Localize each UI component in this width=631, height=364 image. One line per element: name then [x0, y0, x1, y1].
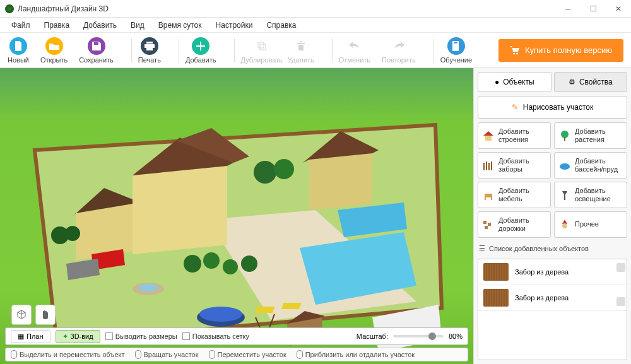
redo-button[interactable]: Повторить	[382, 37, 416, 64]
plan-view-button[interactable]: ▦План	[11, 330, 50, 343]
list-scrollbar[interactable]	[616, 263, 625, 306]
duplicate-button[interactable]: Дублировать	[241, 37, 283, 64]
list-item[interactable]: Забор из дерева	[478, 285, 627, 311]
plus-icon	[192, 37, 209, 55]
print-button[interactable]: Печать	[138, 37, 161, 64]
hint-zoom: Приблизить или отдалить участок	[297, 350, 415, 359]
menubar: Файл Правка Добавить Вид Время суток Нас…	[0, 18, 631, 33]
svg-point-24	[184, 255, 201, 273]
undo-button[interactable]: Отменить	[339, 37, 370, 64]
toolbar: Новый Открыть Сохранить Печать Добавить …	[0, 33, 631, 68]
buy-full-version-button[interactable]: Купить полную версию	[498, 39, 623, 62]
mouse-icon	[135, 350, 141, 359]
svg-marker-5	[76, 204, 133, 261]
scroll-down-icon[interactable]	[616, 297, 625, 306]
cat-plants[interactable]: Добавить растения	[554, 122, 627, 149]
sidebar-tabs: ●Объекты ⚙Свойства	[478, 72, 627, 92]
lamp-icon	[558, 189, 571, 201]
tree-icon	[558, 129, 571, 142]
menu-settings[interactable]: Настройки	[209, 20, 259, 31]
redo-icon	[390, 37, 408, 55]
copy-icon	[253, 37, 271, 55]
cat-pools[interactable]: Добавить бассейн/пруд	[554, 152, 627, 179]
svg-point-17	[139, 284, 158, 291]
cat-paths[interactable]: Добавить дорожки	[478, 211, 551, 238]
open-button[interactable]: Открыть	[40, 37, 68, 64]
viewport-3d[interactable]: ▦План ✦3D-вид Выводить размеры Показыват…	[0, 68, 473, 364]
cat-other[interactable]: Прочее	[554, 211, 627, 238]
maximize-button[interactable]: ☐	[581, 0, 606, 18]
svg-rect-30	[255, 307, 275, 313]
printer-icon	[141, 37, 158, 55]
tab-properties[interactable]: ⚙Свойства	[554, 72, 628, 92]
cat-buildings[interactable]: Добавить строения	[478, 122, 551, 149]
hint-move: Переместить участок	[209, 350, 286, 359]
menu-edit[interactable]: Правка	[38, 20, 76, 31]
save-button[interactable]: Сохранить	[79, 37, 114, 64]
svg-rect-41	[483, 221, 487, 224]
learn-button[interactable]: Обучение	[440, 37, 472, 64]
fence-thumb-icon	[483, 289, 509, 307]
titlebar: Ландшафтный Дизайн 3D ─ ☐ ✕	[0, 0, 631, 18]
status-bar: Выделить и переместить объект Вращать уч…	[5, 348, 468, 361]
cat-lighting[interactable]: Добавить освещение	[554, 182, 627, 208]
svg-point-20	[254, 161, 276, 184]
window-title: Ландшафтный Дизайн 3D	[18, 4, 555, 13]
svg-point-23	[65, 226, 80, 241]
tab-objects[interactable]: ●Объекты	[478, 72, 551, 92]
svg-marker-7	[133, 166, 227, 254]
checkbox-icon	[182, 332, 190, 340]
app-logo-icon	[5, 4, 14, 13]
svg-rect-39	[491, 197, 492, 200]
svg-point-21	[274, 159, 294, 179]
orbit-button[interactable]	[11, 305, 32, 325]
show-dimensions-checkbox[interactable]: Выводить размеры	[105, 332, 177, 340]
gnome-icon	[558, 218, 571, 231]
svg-rect-37	[485, 194, 492, 197]
hint-rotate: Вращать участок	[135, 350, 199, 359]
fence-thumb-icon	[483, 263, 509, 281]
menu-help[interactable]: Справка	[260, 20, 302, 31]
svg-rect-0	[258, 42, 264, 48]
cart-icon	[510, 45, 520, 56]
menu-time[interactable]: Время суток	[152, 20, 208, 31]
cat-furniture[interactable]: Добавить мебель	[478, 182, 551, 208]
svg-rect-31	[281, 303, 302, 309]
hint-select: Выделить и переместить объект	[11, 350, 125, 359]
new-button[interactable]: Новый	[8, 37, 29, 64]
3d-view-button[interactable]: ✦3D-вид	[56, 330, 100, 343]
add-button[interactable]: Добавить	[186, 37, 216, 64]
book-icon	[447, 37, 465, 55]
scroll-up-icon[interactable]	[616, 263, 625, 272]
pan-button[interactable]	[35, 305, 56, 325]
menu-view[interactable]: Вид	[124, 20, 151, 31]
menu-add[interactable]: Добавить	[77, 20, 123, 31]
separator	[234, 38, 235, 62]
mouse-icon	[209, 350, 215, 359]
minimize-button[interactable]: ─	[555, 0, 581, 18]
file-icon	[9, 37, 27, 55]
pool-icon	[558, 159, 571, 172]
slider-thumb[interactable]	[428, 332, 436, 340]
show-grid-checkbox[interactable]: Показывать сетку	[182, 332, 249, 340]
draw-plot-button[interactable]: ✎ Нарисовать участок	[478, 96, 627, 119]
sidebar: ●Объекты ⚙Свойства ✎ Нарисовать участок …	[473, 68, 631, 364]
mouse-icon	[11, 350, 17, 359]
close-button[interactable]: ✕	[606, 0, 631, 18]
main-area: ▦План ✦3D-вид Выводить размеры Показыват…	[0, 68, 631, 364]
scale-slider[interactable]	[393, 335, 444, 338]
menu-file[interactable]: Файл	[5, 20, 37, 31]
tree-icon: ✦	[62, 332, 68, 341]
pencil-icon: ✎	[512, 103, 518, 112]
svg-rect-33	[485, 136, 492, 141]
svg-point-36	[560, 163, 570, 170]
trash-icon	[292, 37, 310, 55]
scale-control: Масштаб: 80%	[357, 332, 463, 340]
scene-illustration	[0, 68, 473, 364]
svg-rect-38	[485, 197, 486, 200]
list-item[interactable]: Забор из дерева	[478, 259, 627, 285]
cube-icon	[16, 309, 27, 320]
house-icon	[482, 129, 495, 142]
delete-button[interactable]: Удалить	[288, 37, 314, 64]
cat-fences[interactable]: Добавить заборы	[478, 152, 551, 179]
